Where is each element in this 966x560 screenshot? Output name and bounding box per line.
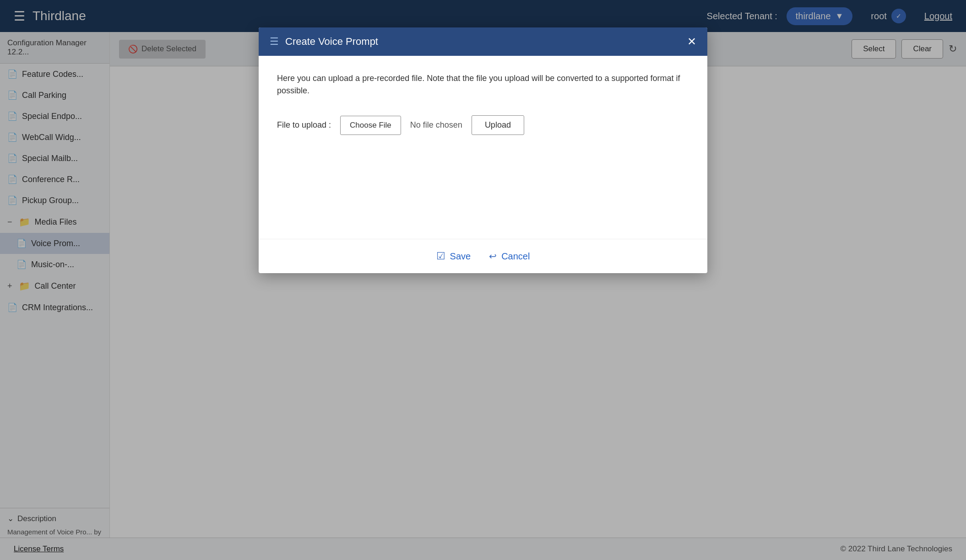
cancel-label: Cancel (501, 251, 530, 262)
cancel-button[interactable]: ↩ Cancel (489, 251, 530, 262)
modal-close-button[interactable]: ✕ (687, 36, 696, 47)
file-upload-row: File to upload : Choose File No file cho… (277, 115, 689, 135)
file-upload-label: File to upload : (277, 120, 331, 130)
save-label: Save (450, 251, 471, 262)
choose-file-button[interactable]: Choose File (340, 116, 401, 135)
modal-header: ☰ Create Voice Prompt ✕ (259, 27, 707, 56)
modal-header-icon: ☰ (270, 36, 279, 48)
modal-body: Here you can upload a pre-recorded file.… (259, 56, 707, 239)
no-file-chosen-text: No file chosen (410, 120, 462, 130)
modal-title: Create Voice Prompt (285, 36, 681, 48)
cancel-icon: ↩ (489, 251, 497, 262)
modal-description-text: Here you can upload a pre-recorded file.… (277, 72, 689, 97)
modal-footer: ☑ Save ↩ Cancel (259, 239, 707, 273)
modal-overlay: ☰ Create Voice Prompt ✕ Here you can upl… (0, 0, 966, 560)
create-voice-prompt-modal: ☰ Create Voice Prompt ✕ Here you can upl… (259, 27, 707, 273)
save-icon: ☑ (436, 250, 445, 262)
save-button[interactable]: ☑ Save (436, 250, 471, 262)
upload-button[interactable]: Upload (472, 115, 524, 135)
